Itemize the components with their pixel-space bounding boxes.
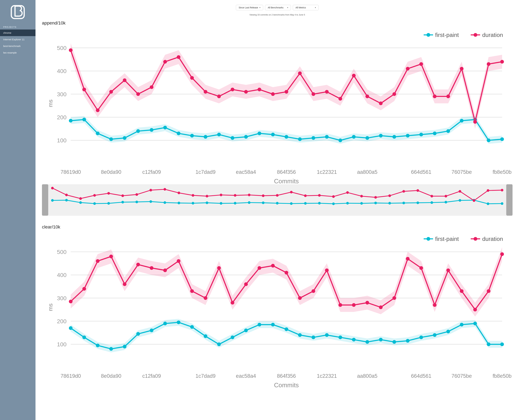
svg-text:fb8e50b: fb8e50b [493,373,511,379]
svg-point-130 [65,194,68,196]
svg-point-124 [445,201,447,203]
svg-point-72 [271,92,275,96]
sidebar-item-ie11[interactable]: Internet Explorer 11 [0,36,36,43]
svg-point-250 [473,308,477,312]
svg-rect-162 [42,184,48,216]
svg-point-62 [136,92,140,96]
svg-point-146 [290,191,293,194]
svg-text:500: 500 [57,249,67,255]
svg-point-110 [248,201,250,204]
svg-text:76075be: 76075be [451,169,472,175]
svg-point-65 [177,55,181,59]
svg-text:100: 100 [57,137,67,144]
svg-point-156 [430,195,433,197]
svg-point-107 [206,202,208,204]
svg-point-46 [366,136,369,140]
mini-chart-svg [42,184,512,216]
svg-point-112 [276,202,278,205]
svg-text:Commits: Commits [274,382,299,388]
svg-point-39 [271,133,275,136]
svg-point-104 [164,201,166,204]
svg-point-75 [312,92,315,96]
svg-point-100 [107,202,110,205]
svg-point-136 [149,189,152,192]
svg-point-31 [163,126,167,129]
svg-point-223 [109,255,113,258]
svg-text:1c7dad9: 1c7dad9 [196,169,215,175]
svg-point-89 [500,60,504,64]
svg-point-216 [460,323,464,326]
svg-point-206 [325,333,329,337]
svg-point-125 [459,199,461,202]
svg-text:1c22321: 1c22321 [317,373,337,379]
svg-point-227 [163,269,167,272]
svg-point-132 [93,194,96,197]
svg-point-70 [244,90,248,94]
svg-text:aa800a5: aa800a5 [357,169,377,175]
sidebar-item-best-benchmark[interactable]: best-benchmark [0,43,36,49]
svg-point-35 [217,133,221,136]
chart-title-clear-10k: clear/10k [42,225,512,230]
chart-wrapper-clear-10k: 10020030040050078619d08e0da90c12fa091c7d… [42,232,512,388]
svg-point-33 [190,134,194,137]
svg-point-38 [258,132,261,135]
svg-point-24 [69,119,73,122]
svg-point-30 [150,128,153,132]
svg-point-254 [427,237,430,241]
metrics-label: All Metrics [296,6,314,9]
svg-point-159 [473,199,475,202]
svg-point-99 [93,202,96,205]
chevron-down-icon: ▾ [260,7,260,9]
svg-point-40 [285,135,288,139]
svg-point-131 [79,197,82,200]
benchmarks-filter[interactable]: All Benchmarks ▾ [265,5,291,10]
svg-point-111 [262,202,264,204]
svg-point-102 [136,201,138,203]
svg-point-211 [392,340,396,344]
svg-point-58 [83,88,86,91]
svg-point-252 [500,252,504,256]
sidebar-item-chrome[interactable]: chrome [0,30,36,36]
svg-point-201 [258,323,261,326]
svg-point-27 [109,137,113,141]
svg-point-149 [332,195,335,198]
svg-point-138 [178,192,180,194]
metrics-filter[interactable]: All Metrics ▾ [293,5,319,10]
svg-point-51 [433,132,436,135]
chevron-down-icon: ▾ [315,7,316,9]
svg-point-74 [298,71,302,75]
svg-point-144 [262,195,264,197]
svg-point-214 [433,333,436,337]
svg-point-98 [79,201,82,204]
svg-point-108 [220,202,222,205]
svg-point-153 [388,195,391,197]
chart-section-append-10k: append/10k10020030040050078619d08e0da90c… [42,21,512,216]
svg-text:first-paint: first-paint [435,236,459,242]
svg-rect-163 [506,184,512,216]
svg-point-106 [192,202,194,205]
svg-point-234 [258,266,261,270]
svg-point-212 [406,339,410,343]
svg-point-60 [109,90,113,94]
chart-title-append-10k: append/10k [42,21,512,26]
svg-point-71 [258,88,261,91]
svg-text:500: 500 [57,45,67,51]
svg-point-194 [163,322,167,325]
sidebar-item-lwc-example[interactable]: lwc-example [0,49,36,56]
svg-point-248 [446,269,450,272]
svg-text:76075be: 76075be [451,373,472,379]
svg-point-226 [150,266,153,270]
svg-text:1c22321: 1c22321 [317,169,337,175]
svg-point-251 [487,289,490,293]
svg-text:300: 300 [57,91,67,98]
svg-point-246 [419,266,423,270]
time-range-filter[interactable]: Since Last Release ▾ [236,5,263,10]
svg-point-80 [379,102,383,105]
svg-point-83 [419,62,423,66]
svg-point-239 [325,269,329,272]
svg-point-229 [190,289,194,293]
svg-point-141 [220,194,222,196]
svg-point-79 [366,95,369,98]
svg-text:664d561: 664d561 [411,169,431,175]
svg-point-49 [406,134,410,137]
